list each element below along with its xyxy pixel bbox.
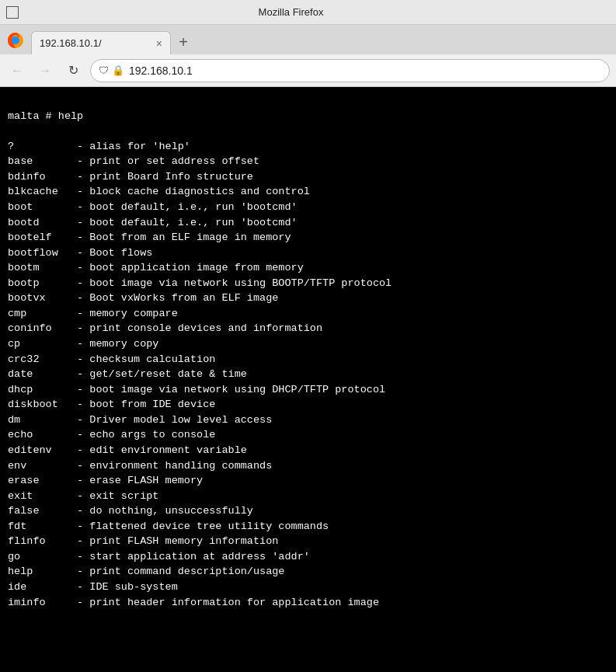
forward-button[interactable]: →: [34, 60, 56, 82]
browser-tab[interactable]: 192.168.10.1/ ×: [31, 31, 171, 54]
back-button[interactable]: ←: [6, 60, 28, 82]
title-bar-left: [6, 6, 19, 19]
refresh-button[interactable]: ↻: [62, 60, 84, 82]
new-tab-button[interactable]: +: [172, 31, 194, 53]
lock-icon: 🔒: [112, 64, 124, 76]
title-text: Mozilla Firefox: [259, 6, 324, 18]
address-bar[interactable]: 🛡 🔒 192.168.10.1: [90, 59, 610, 82]
terminal-output: malta # help ? - alias for 'help' base -…: [0, 87, 616, 672]
shield-icon: 🛡: [99, 64, 109, 76]
address-text: 192.168.10.1: [129, 64, 601, 77]
terminal-lines: ? - alias for 'help' base - print or set…: [8, 141, 392, 608]
security-icons: 🛡 🔒: [99, 64, 124, 76]
window-icon: [6, 6, 19, 19]
firefox-icon: [5, 30, 26, 51]
title-bar: Mozilla Firefox: [0, 0, 616, 25]
tab-close-button[interactable]: ×: [156, 38, 162, 49]
tab-title: 192.168.10.1/: [40, 37, 150, 49]
svg-point-1: [12, 37, 19, 44]
tab-bar: 192.168.10.1/ × +: [0, 25, 616, 54]
terminal-prompt: malta # help: [8, 110, 83, 122]
nav-bar: ← → ↻ 🛡 🔒 192.168.10.1: [0, 54, 616, 87]
